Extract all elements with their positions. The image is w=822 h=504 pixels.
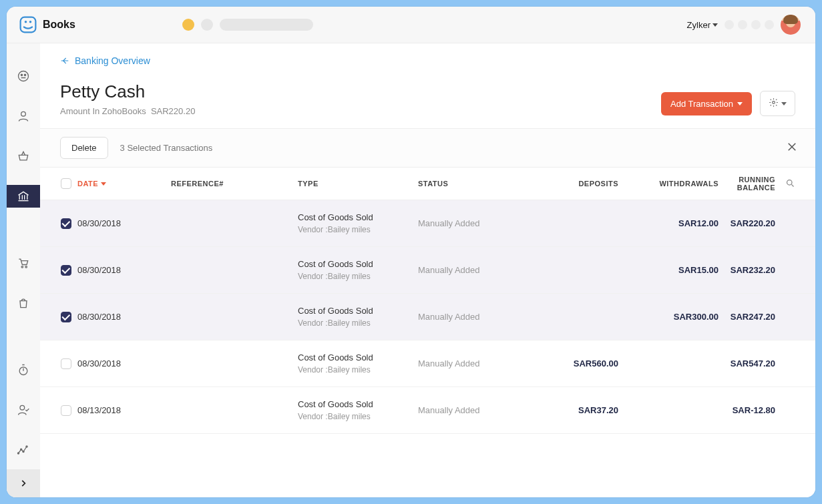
sort-desc-icon — [101, 182, 106, 186]
brand-name: Books — [43, 19, 75, 31]
type-main: Cost of Goods Sold — [298, 399, 418, 409]
placeholder-bar — [220, 19, 313, 31]
cell-deposits: SAR560.00 — [538, 358, 618, 368]
nav-timesheet[interactable] — [7, 358, 40, 381]
placeholder-dot — [765, 20, 774, 29]
svg-point-11 — [17, 453, 19, 454]
cell-type: Cost of Goods SoldVendor :Bailey miles — [298, 399, 418, 421]
svg-point-10 — [20, 405, 25, 410]
nav-purchases[interactable] — [7, 292, 40, 314]
row-checkbox[interactable] — [61, 358, 71, 369]
nav-contacts[interactable] — [7, 105, 40, 128]
breadcrumb-label: Banking Overview — [75, 55, 150, 66]
org-switcher[interactable]: Zylker — [687, 20, 718, 30]
svg-point-3 — [19, 71, 29, 81]
svg-point-12 — [21, 449, 22, 450]
nav-accountant[interactable] — [7, 399, 40, 421]
table-row[interactable]: 08/30/2018Cost of Goods SoldVendor :Bail… — [40, 247, 815, 294]
col-header-reference[interactable]: REFERENCE# — [171, 180, 298, 188]
table-row[interactable]: 08/30/2018Cost of Goods SoldVendor :Bail… — [40, 340, 815, 387]
brand[interactable]: Books — [19, 15, 75, 34]
type-main: Cost of Goods Sold — [298, 259, 418, 269]
col-header-balance[interactable]: RUNNING BALANCE — [718, 176, 775, 192]
table-row[interactable]: 08/30/2018Cost of Goods SoldVendor :Bail… — [40, 294, 815, 340]
bag-icon — [17, 296, 30, 310]
user-avatar[interactable] — [781, 15, 801, 35]
type-main: Cost of Goods Sold — [298, 212, 418, 222]
breadcrumb-back[interactable]: Banking Overview — [60, 55, 150, 66]
selection-action-bar: Delete 3 Selected Transactions — [40, 129, 815, 168]
svg-point-2 — [29, 21, 32, 23]
select-all-checkbox[interactable] — [61, 178, 71, 189]
col-header-withdrawals[interactable]: WITHDRAWALS — [618, 180, 718, 188]
type-sub: Vendor :Bailey miles — [298, 272, 418, 281]
search-icon — [785, 178, 795, 188]
cell-withdrawals: SAR12.00 — [618, 218, 718, 228]
cell-date: 08/30/2018 — [77, 312, 171, 322]
row-checkbox[interactable] — [61, 405, 71, 416]
cell-date: 08/13/2018 — [77, 405, 171, 415]
col-header-deposits[interactable]: DEPOSITS — [538, 180, 618, 188]
svg-point-14 — [26, 446, 27, 447]
col-header-status[interactable]: STATUS — [418, 180, 538, 188]
sidenav-expand-button[interactable] — [7, 469, 40, 497]
caret-down-icon — [781, 102, 787, 105]
svg-point-15 — [773, 101, 775, 104]
svg-point-5 — [24, 74, 25, 75]
nav-items[interactable] — [7, 145, 40, 168]
svg-point-7 — [21, 266, 23, 268]
org-name: Zylker — [687, 20, 710, 30]
close-selection-button[interactable] — [786, 141, 798, 156]
cell-balance: SAR220.20 — [718, 218, 775, 228]
svg-rect-0 — [21, 17, 36, 33]
sidenav — [7, 43, 40, 497]
type-main: Cost of Goods Sold — [298, 352, 418, 362]
chevron-right-icon — [19, 479, 28, 488]
type-sub: Vendor :Bailey miles — [298, 225, 418, 234]
cell-status: Manually Added — [418, 218, 538, 228]
col-header-date[interactable]: DATE — [77, 180, 171, 188]
selection-count-text: 3 Selected Transactions — [120, 143, 213, 153]
col-header-type[interactable]: TYPE — [298, 180, 418, 188]
cell-status: Manually Added — [418, 312, 538, 322]
main-content: Banking Overview Petty Cash Amount In Zo… — [40, 43, 815, 497]
caret-down-icon — [737, 102, 743, 105]
table-body: 08/30/2018Cost of Goods SoldVendor :Bail… — [40, 200, 815, 434]
table-row[interactable]: 08/30/2018Cost of Goods SoldVendor :Bail… — [40, 200, 815, 247]
cell-date: 08/30/2018 — [77, 218, 171, 228]
trend-icon — [17, 443, 30, 457]
placeholder-dot — [738, 20, 747, 29]
placeholder-dot — [182, 19, 194, 31]
nav-dashboard[interactable] — [7, 65, 40, 87]
cell-balance: SAR247.20 — [718, 312, 775, 322]
cell-status: Manually Added — [418, 405, 538, 415]
table-row[interactable]: 08/13/2018Cost of Goods SoldVendor :Bail… — [40, 387, 815, 434]
cell-type: Cost of Goods SoldVendor :Bailey miles — [298, 306, 418, 328]
page-subtitle: Amount In ZohoBooks SAR220.20 — [60, 106, 195, 116]
delete-button[interactable]: Delete — [60, 137, 108, 159]
row-checkbox[interactable] — [61, 218, 71, 229]
close-icon — [786, 141, 798, 153]
bank-icon — [17, 190, 30, 203]
cart-icon — [17, 256, 30, 270]
nav-sales[interactable] — [7, 252, 40, 274]
basket-icon — [17, 150, 30, 163]
cell-balance: SAR232.20 — [718, 265, 775, 275]
add-transaction-button[interactable]: Add Transaction — [661, 92, 752, 115]
nav-reports[interactable] — [7, 439, 40, 461]
cell-balance: SAR-12.80 — [718, 405, 775, 415]
table-search-button[interactable] — [775, 178, 795, 190]
cell-withdrawals: SAR15.00 — [618, 265, 718, 275]
row-checkbox[interactable] — [61, 312, 71, 322]
topbar: Books Zylker — [7, 7, 815, 43]
type-sub: Vendor :Bailey miles — [298, 318, 418, 328]
settings-menu-button[interactable] — [760, 91, 795, 116]
subtitle-prefix: Amount In ZohoBooks — [60, 106, 146, 116]
nav-banking[interactable] — [7, 185, 40, 208]
row-checkbox[interactable] — [61, 265, 71, 276]
table-header: DATE REFERENCE# TYPE STATUS DEPOSITS WIT… — [40, 168, 815, 200]
subtitle-amount: SAR220.20 — [151, 106, 196, 116]
add-transaction-label: Add Transaction — [670, 99, 733, 109]
cell-status: Manually Added — [418, 265, 538, 275]
page-title: Petty Cash — [60, 81, 195, 102]
